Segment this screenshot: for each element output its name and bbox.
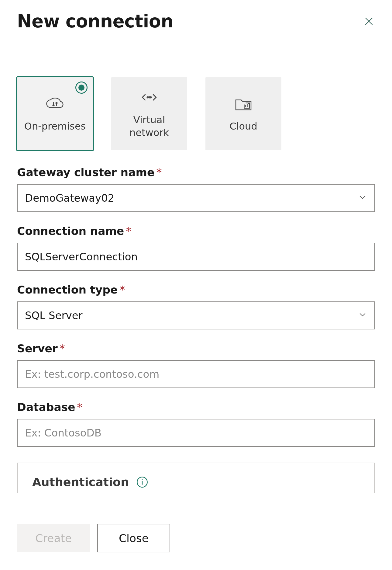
- type-label: Cloud: [226, 120, 260, 133]
- type-card-cloud[interactable]: Cloud: [205, 77, 281, 150]
- svg-rect-5: [245, 105, 246, 107]
- connection-name-input[interactable]: [17, 243, 375, 271]
- cloud-folder-icon: [234, 95, 253, 113]
- server-input[interactable]: [17, 360, 375, 388]
- type-label: On-premises: [21, 120, 89, 133]
- chevron-down-icon: [358, 192, 367, 204]
- field-label: Database*: [17, 401, 375, 413]
- field-label: Connection name*: [17, 225, 375, 237]
- close-button[interactable]: Close: [97, 524, 170, 552]
- create-button: Create: [17, 524, 90, 552]
- type-card-virtual-network[interactable]: Virtual network: [111, 77, 187, 150]
- field-label: Connection type*: [17, 283, 375, 296]
- database-input[interactable]: [17, 419, 375, 447]
- authentication-title: Authentication: [32, 475, 129, 489]
- field-database: Database*: [17, 401, 375, 447]
- info-icon[interactable]: [136, 476, 148, 488]
- svg-point-4: [150, 97, 151, 98]
- panel-header: New connection: [17, 11, 375, 32]
- connection-form: Gateway cluster name* DemoGateway02 Conn…: [17, 166, 375, 493]
- select-value: SQL Server: [25, 309, 83, 321]
- svg-point-2: [147, 97, 148, 98]
- virtual-network-icon: [140, 88, 158, 106]
- panel-footer: Create Close: [17, 524, 170, 552]
- authentication-section: Authentication: [17, 463, 375, 493]
- svg-point-3: [149, 97, 150, 98]
- svg-point-9: [142, 479, 143, 480]
- cloud-sync-icon: [46, 95, 64, 113]
- field-label: Gateway cluster name*: [17, 166, 375, 179]
- page-title: New connection: [17, 11, 173, 32]
- svg-rect-6: [247, 104, 248, 107]
- gateway-cluster-select[interactable]: DemoGateway02: [17, 184, 375, 212]
- type-label: Virtual network: [111, 114, 187, 139]
- radio-selected-icon: [75, 82, 88, 94]
- select-value: DemoGateway02: [25, 192, 114, 204]
- connection-type-selector: On-premises Virtual network: [17, 77, 375, 150]
- field-connection-name: Connection name*: [17, 225, 375, 271]
- connection-type-select[interactable]: SQL Server: [17, 301, 375, 329]
- field-gateway-cluster-name: Gateway cluster name* DemoGateway02: [17, 166, 375, 212]
- field-label: Server*: [17, 342, 375, 355]
- new-connection-panel: New connection On-premises: [0, 0, 392, 570]
- type-card-on-premises[interactable]: On-premises: [17, 77, 93, 150]
- close-icon[interactable]: [363, 15, 375, 27]
- field-server: Server*: [17, 342, 375, 388]
- field-connection-type: Connection type* SQL Server: [17, 283, 375, 329]
- chevron-down-icon: [358, 309, 367, 321]
